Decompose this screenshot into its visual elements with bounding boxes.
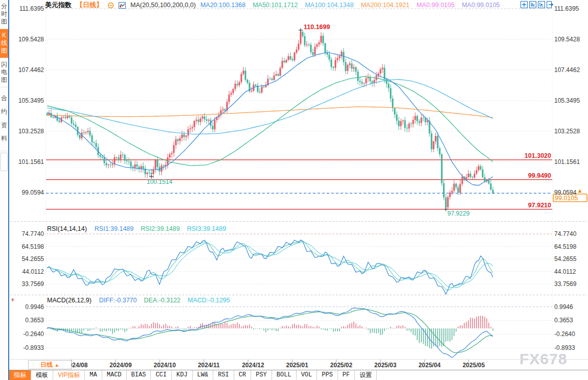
rsi-readouts: RSI1:39.1489RSI2:39.1489RSI3:39.1489	[95, 225, 233, 232]
macd-axis-label-right: -0.2640	[554, 330, 575, 338]
price-axis-label-left: 105.3495	[18, 97, 44, 104]
y-axis-zoom-icon[interactable]	[529, 1, 536, 8]
kline-style-icon[interactable]	[119, 2, 126, 9]
level-lines: 101.302099.949097.9210	[46, 152, 552, 209]
macd-axis-label-left: -0.8933	[23, 344, 44, 351]
dea-line	[47, 310, 493, 353]
sidebar-item-intraday-chart[interactable]: 分时图	[0, 0, 8, 29]
period-tag[interactable]: 【日线】	[76, 1, 103, 10]
macd-axis-label-right: 0.9946	[554, 303, 573, 311]
toolbar-item-vip-indicator[interactable]: VIP指标	[53, 370, 85, 380]
sidebar-item-contract-info[interactable]: 合约资料	[0, 87, 8, 151]
indicator-toolbar: 指标模板VIP指标MAMACDBIASCCIKDJLW&RSICRPSYBOLL…	[9, 370, 588, 380]
ma-readout-5: MA0:99.0105	[462, 2, 500, 9]
rsi-axis-label-right: 74.7740	[554, 230, 577, 238]
toolbar-item-boll[interactable]: BOLL	[272, 370, 297, 380]
chart-header: 美元指数 【日线】 MA(20,50,100,200,0,0) MA20:100…	[0, 0, 588, 10]
toolbar-item-vol[interactable]: VOL	[297, 370, 318, 380]
rsi-title: RSI(14,14,14)	[47, 225, 87, 232]
toolbar-item-macd[interactable]: MACD	[102, 370, 127, 380]
rsi-axis-label-left: 74.7740	[22, 230, 44, 238]
crosshair-move-icon[interactable]	[521, 1, 528, 8]
macd-histogram	[47, 316, 493, 348]
period-low-label: 97.9229	[447, 210, 470, 217]
ma-readout-3: MA200:104.1921	[361, 2, 410, 9]
price-axis-label-left: 109.5428	[18, 36, 44, 43]
level-line-label: 99.9490	[528, 172, 551, 179]
collapse-panel-icon[interactable]	[107, 2, 114, 9]
toolbar-item-bias[interactable]: BIAS	[127, 370, 151, 380]
toolbar-item-rsi[interactable]: RSI	[213, 370, 234, 380]
toolbar-empty-area	[377, 370, 588, 380]
price-axis-label-left: 99.0594	[22, 189, 44, 196]
rsi-axis-label-right: 64.5198	[554, 243, 577, 250]
toolbar-item-settings[interactable]: 设置	[355, 370, 377, 380]
diff-line	[47, 308, 493, 358]
rsi1-line	[47, 240, 493, 294]
macd-title: MACD(26,12,9)	[47, 297, 92, 304]
sidebar-item-lightning-chart[interactable]: 闪电图	[0, 58, 8, 87]
ma200-line	[47, 107, 493, 117]
macd-readout-2: MACD:-0.1295	[188, 297, 230, 304]
rsi-axis-label-right: 54.2655	[554, 255, 577, 263]
toolbar-item-pps[interactable]: PPS	[317, 370, 338, 380]
price-axis-label-left: 103.2528	[18, 128, 44, 135]
trading-terminal: FX678 101.302099.949097.9210▲99.0105110.…	[0, 0, 588, 380]
price-axis-label-left: 101.1561	[18, 158, 44, 165]
price-axis-label-right: 103.2528	[554, 128, 580, 135]
ma-settings-label: MA(20,50,100,200,0,0)	[130, 2, 196, 9]
macd-axis-label-left: -0.2640	[23, 330, 44, 338]
toolbar-item-ma[interactable]: MA	[85, 370, 102, 380]
macd-axis-label-left: 0.9946	[25, 303, 44, 311]
candlestick-series	[47, 30, 494, 210]
ma-readout-1: MA50:101.1712	[253, 2, 298, 9]
rsi3-line	[47, 242, 493, 288]
price-axis-label-right: 109.5428	[554, 36, 580, 43]
level-line-label: 101.3020	[525, 152, 551, 159]
rsi2-line	[47, 241, 493, 290]
macd-axis-label-right: 0.3653	[554, 317, 573, 324]
ma-readout-4: MA0:99.0105	[417, 2, 455, 9]
level-line-label: 97.9210	[528, 202, 551, 209]
macd-readouts: DIFF:-0.3770DEA:-0.3122MACD:-0.1295	[99, 297, 237, 304]
chart-type-sidebar: 分时图K线图闪电图合约资料	[0, 0, 9, 380]
macd-pane-header: MACD(26,12,9) DIFF:-0.3770DEA:-0.3122MAC…	[47, 297, 237, 304]
toolbar-item-indicator[interactable]: 指标	[9, 370, 31, 380]
toolbar-item-template[interactable]: 模板	[31, 370, 53, 380]
price-axis-label-right: 105.3495	[554, 97, 580, 104]
macd-settings-icon[interactable]: ☀	[10, 297, 15, 303]
toolbar-item-pf[interactable]: PF	[338, 370, 355, 380]
period-selector-label: 日线	[40, 361, 53, 368]
price-up-arrow-icon: ▲	[577, 187, 583, 194]
macd-readout-1: DEA:-0.3122	[144, 297, 180, 304]
period-selector-button[interactable]: 日线 ▲	[28, 360, 72, 369]
chart-stage[interactable]: 101.302099.949097.9210▲99.0105110.169910…	[0, 0, 588, 380]
price-axis-label-left: 107.4462	[18, 66, 44, 74]
x-axis-shift-icon[interactable]	[538, 1, 545, 8]
september-low-label: 100.1514	[147, 178, 172, 185]
ma-readouts: MA20:100.1368MA50:101.1712MA100:104.1348…	[200, 2, 507, 9]
rsi-axis-label-left: 33.7569	[22, 280, 44, 288]
sidebar-item-candlestick-chart[interactable]: K线图	[0, 29, 8, 58]
toolbar-item-psy[interactable]: PSY	[251, 370, 272, 380]
ma-readout-0: MA20:100.1368	[200, 2, 245, 9]
price-axis-label-right: 99.0594	[554, 189, 577, 196]
price-axis-label-right: 101.1561	[554, 158, 580, 165]
x-axis-row: 日线 ▲	[0, 360, 588, 370]
rsi-axis-label-right: 33.7569	[554, 280, 577, 288]
macd-axis-label-left: 0.3653	[25, 317, 44, 324]
toolbar-item-cci[interactable]: CCI	[151, 370, 172, 380]
rsi-readout-2: RSI3:39.1489	[187, 225, 226, 232]
gridlines	[9, 9, 588, 360]
toolbar-item-kdj[interactable]: KDJ	[172, 370, 193, 380]
sidebar-empty-slot	[1, 153, 8, 171]
rsi-pane-header: RSI(14,14,14) RSI1:39.1489RSI2:39.1489RS…	[47, 225, 233, 232]
rsi-axis-label-left: 54.2655	[22, 255, 44, 263]
exit-chart-icon[interactable]	[547, 1, 554, 8]
rsi-axis-label-right: 44.0112	[554, 268, 576, 275]
macd-axis-label-right: -0.8933	[554, 344, 575, 351]
toolbar-item-cr[interactable]: CR	[234, 370, 251, 380]
ma-readout-2: MA100:104.1348	[305, 2, 353, 9]
rsi-axis-label-left: 44.0112	[22, 268, 44, 275]
toolbar-item-lw[interactable]: LW&	[193, 370, 214, 380]
